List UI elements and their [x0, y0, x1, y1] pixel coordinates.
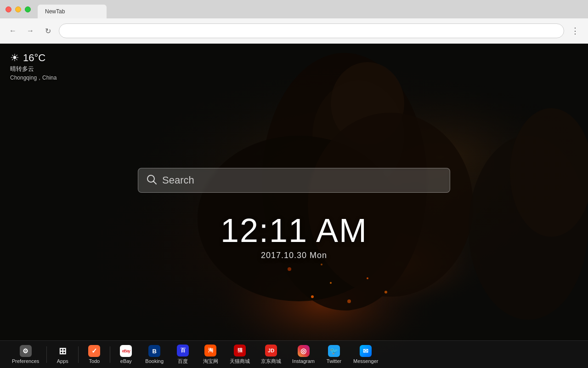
- forward-button[interactable]: →: [24, 24, 37, 37]
- instagram-icon: ◎: [298, 345, 310, 357]
- ebay-label: eBay: [120, 358, 132, 364]
- tab-title: NewTab: [45, 8, 65, 15]
- apps-icon: ⊞: [57, 345, 68, 357]
- clock-time: 12:11 AM: [220, 214, 368, 247]
- weather-temperature: 16°C: [23, 52, 45, 64]
- search-icon: [147, 174, 157, 187]
- baidu-icon: 百: [177, 345, 189, 356]
- dock-item-ebay[interactable]: eBay eBay: [112, 345, 140, 364]
- traffic-lights: [6, 6, 31, 12]
- preferences-label: Preferences: [12, 358, 39, 364]
- todo-label: Todo: [89, 358, 100, 364]
- dock-item-jd[interactable]: JD 京东商城: [255, 345, 287, 365]
- tab-area: NewTab: [38, 0, 107, 18]
- dock: ⚙ Preferences ⊞ Apps ✓ Todo eBay eBay B …: [0, 340, 588, 368]
- weather-icon: ☀: [10, 52, 19, 64]
- jd-icon: JD: [265, 345, 277, 356]
- weather-description: 晴转多云: [10, 65, 57, 73]
- dock-divider-1: [46, 346, 47, 363]
- newtab-content: ☀ 16°C 晴转多云 Chongqing，China 12:11 AM 201…: [0, 44, 588, 368]
- search-bar[interactable]: [138, 168, 450, 193]
- dock-item-messenger[interactable]: ✉ Messenger: [348, 345, 384, 364]
- lava-glow: [0, 44, 588, 368]
- jd-label: 京东商城: [261, 358, 281, 365]
- preferences-icon: ⚙: [20, 345, 32, 357]
- close-button[interactable]: [6, 6, 11, 12]
- dock-item-taobao[interactable]: 淘 淘宝网: [197, 345, 224, 365]
- dock-divider-3: [110, 346, 110, 363]
- dock-item-todo[interactable]: ✓ Todo: [80, 345, 108, 364]
- taobao-icon: 淘: [204, 345, 216, 356]
- search-input[interactable]: [162, 174, 441, 186]
- minimize-button[interactable]: [15, 6, 21, 12]
- booking-icon: B: [148, 345, 160, 357]
- booking-label: Booking: [145, 358, 164, 364]
- dock-item-instagram[interactable]: ◎ Instagram: [287, 345, 320, 364]
- messenger-label: Messenger: [353, 358, 378, 364]
- nav-bar: ← → ↻ ⋮: [0, 18, 588, 44]
- dock-item-twitter[interactable]: 🐦 Twitter: [320, 345, 348, 364]
- clock-container: 12:11 AM 2017.10.30 Mon: [220, 214, 368, 260]
- ebay-icon: eBay: [120, 345, 132, 357]
- address-bar[interactable]: [59, 23, 564, 38]
- browser-chrome: NewTab ← → ↻ ⋮: [0, 0, 588, 44]
- baidu-label: 百度: [178, 358, 188, 365]
- menu-dots-icon: ⋮: [571, 26, 579, 36]
- weather-widget: ☀ 16°C 晴转多云 Chongqing，China: [10, 52, 57, 82]
- title-bar: NewTab: [0, 0, 588, 18]
- twitter-label: Twitter: [327, 358, 341, 364]
- svg-line-21: [153, 181, 156, 184]
- dock-item-baidu[interactable]: 百 百度: [169, 345, 197, 365]
- search-container: [138, 168, 450, 193]
- dock-divider-2: [78, 346, 79, 363]
- dock-item-booking[interactable]: B Booking: [140, 345, 169, 364]
- instagram-label: Instagram: [292, 358, 315, 364]
- weather-top: ☀ 16°C: [10, 52, 57, 64]
- tmall-icon: 猫: [234, 345, 246, 356]
- dock-item-apps[interactable]: ⊞ Apps: [49, 345, 76, 364]
- active-tab[interactable]: NewTab: [38, 5, 107, 18]
- tmall-label: 天猫商城: [230, 358, 250, 365]
- menu-button[interactable]: ⋮: [569, 24, 582, 37]
- maximize-button[interactable]: [25, 6, 31, 12]
- taobao-label: 淘宝网: [203, 358, 218, 365]
- reload-button[interactable]: ↻: [41, 24, 54, 37]
- twitter-icon: 🐦: [328, 345, 340, 357]
- apps-label: Apps: [57, 358, 68, 364]
- dock-item-preferences[interactable]: ⚙ Preferences: [6, 345, 45, 364]
- back-button[interactable]: ←: [6, 24, 19, 37]
- todo-icon: ✓: [88, 345, 100, 357]
- weather-location: Chongqing，China: [10, 74, 57, 82]
- clock-date: 2017.10.30 Mon: [220, 251, 368, 260]
- dock-item-tmall[interactable]: 猫 天猫商城: [224, 345, 255, 365]
- messenger-icon: ✉: [360, 345, 372, 357]
